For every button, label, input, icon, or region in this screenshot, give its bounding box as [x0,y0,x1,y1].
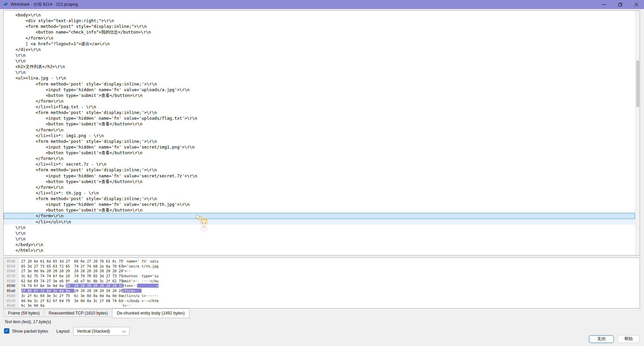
text-line[interactable]: \r\n [4,69,635,75]
show-packet-bytes-label: Show packet bytes [12,329,48,334]
hb: 0a [40,303,45,307]
hb: 20 [80,269,87,273]
text-line[interactable]: <input type='hidden' name='fn' value='se… [4,144,635,150]
text-line[interactable]: <div style="text-align:right;">\r\n [4,18,635,23]
close-window-button[interactable] [631,0,642,9]
layout-dropdown[interactable]: Vertical (Stacked) [73,327,129,336]
window-title: Wireshark · 分组 9214 · 222.pcapng [11,2,78,7]
text-line[interactable]: | <a href="?logout=1">退出</a>\r\n [4,41,635,47]
hex-row[interactable]: 05b03c 2f 6c 69 3e 3c 2f 75 6c 3e 0d 0a … [4,293,640,298]
hex-row[interactable]: 058062 6d 69 74 27 3e e6 9f a5 e7 9c 8b … [4,279,640,284]
text-line[interactable]: <form method='post' style='display:inlin… [4,196,635,201]
text-line[interactable]: <form method='post' style='display:inlin… [4,81,635,87]
text-line[interactable]: \r\n [4,58,635,64]
hc [137,269,142,273]
hex-row[interactable]: 056027 3e 0d 0a 20 20 20 20 20 20 20 20 … [4,269,640,274]
show-packet-bytes-checkbox[interactable]: ✓ [4,328,9,334]
hb: 3d [28,264,34,268]
scrollbar-thumb[interactable] [636,60,639,107]
help-button[interactable]: 帮助 [618,335,639,343]
text-line[interactable]: <ul><li>a.jpg - \r\n [4,75,635,81]
text-line[interactable]: </html>\r\n [4,247,635,253]
vertical-scrollbar[interactable] [635,11,640,255]
tab-de-chunked[interactable]: De-chunked entity body (1492 bytes) [112,308,190,318]
text-line[interactable]: </li></ul>\r\n [4,219,635,225]
hb: 0d [34,303,40,307]
text-line[interactable]: </form>\r\n [4,156,635,161]
text-line[interactable]: \r\n [4,236,635,242]
hc [144,284,146,288]
text-line[interactable]: </form>\r\n [4,98,635,104]
hb: 62 [21,279,28,283]
restore-button[interactable] [614,0,626,9]
text-line[interactable]: <form method='post' style='display:inlin… [4,167,635,173]
hb: 3c [21,294,28,298]
text-line[interactable]: <input type='hidden' name='fn' value='se… [4,173,635,179]
tab-frame[interactable]: Frame (59 bytes) [3,309,44,317]
hc: u [156,274,158,278]
hex-ascii: <button type='su [122,274,159,279]
minimize-icon [602,3,606,6]
text-line[interactable]: </form>\r\n [4,184,635,190]
text-line[interactable]: </li><li>*: th.jpg - \r\n [4,190,635,196]
text-line[interactable]: <input type='hidden' name='fn' value='se… [4,201,635,207]
text-line[interactable]: <h2>文件列表</h2>\r\n [4,64,635,69]
hb: 8b [93,279,100,283]
text-line[interactable]: <body>\r\n [4,12,635,18]
hc [137,274,142,278]
hoff: 05d0 [4,303,19,308]
text-line[interactable]: <button type='submit'>查看</button>\r\n [4,150,635,156]
text-line[interactable]: \r\n [4,225,635,230]
text-line[interactable]: </body>\r\n [4,242,635,247]
hex-row[interactable]: 05d06c 3e 0d 0al>·· [4,303,640,308]
hb: 3e [53,289,59,293]
hb: 0d [21,299,28,303]
text-line[interactable]: \r\n [4,52,635,58]
hex-row[interactable]: 05c00d 0a 3c 2f 62 6f 64 79 3e 0d 0a 3c … [4,298,640,303]
text-line[interactable]: <button name="check_info">我的信息</button>\… [4,29,635,35]
hb: 0a [87,299,93,303]
hb: 6e [80,259,87,263]
text-line[interactable]: <input type='hidden' name='fn' value='up… [4,115,635,121]
hb: 20 [112,284,119,288]
hex-row[interactable]: 055065 3d 27 73 65 63 72 65 74 2f 74 68 … [4,264,640,269]
hb: 6f [34,284,40,288]
text-line[interactable]: <button type='submit'>查看</button>\r\n [4,179,635,184]
hb: 3e [80,294,87,298]
text-line[interactable]: \r\n [4,230,635,236]
hex-bytes: 6c 3e 0d 0a [21,303,45,308]
hc: · [137,279,142,283]
hb: 20 [93,284,100,288]
tab-reassembled[interactable]: Reassembled TCP (1810 bytes) [44,309,112,317]
hex-bytes: 3c 62 75 74 74 6f 6e 20 74 79 70 65 3d 2… [21,274,123,279]
hex-row[interactable]: 054027 20 6e 61 6d 65 3d 27 66 6e 27 20 … [4,259,640,264]
hoff: 0570 [4,274,19,279]
hb: 62 [112,279,119,283]
hb: 27 [87,259,93,263]
hb: 61 [106,259,112,263]
text-line[interactable]: <form method='post' style='display:inlin… [4,138,635,144]
hb: 0a [106,294,112,298]
text-line[interactable]: <form method='post' style='display:inlin… [4,110,635,115]
text-line[interactable]: <button type='submit'>查看</button>\r\n [4,121,635,127]
text-line[interactable]: </li><li>flag.txt - \r\n [4,104,635,110]
text-line[interactable]: </form>\r\n [4,213,635,219]
hb: 6f [34,289,40,293]
hex-row[interactable]: 059074 74 6f 6e 3e 0d 0a 20 20 20 20 20 … [4,283,640,288]
hb: 74 [40,274,47,278]
hoff: 0590 [4,283,19,288]
text-line[interactable]: <button type='submit'>查看</button>\r\n [4,93,635,98]
text-line[interactable]: </li><li>*: secret.7z - \r\n [4,161,635,167]
text-line[interactable]: </form>\r\n [4,127,635,133]
hb: 62 [28,274,34,278]
text-line[interactable]: <input type='hidden' name='fn' value='up… [4,87,635,93]
text-line[interactable]: </li><li>*: img1.png - \r\n [4,133,635,138]
text-line[interactable]: </form>\r\n [4,35,635,41]
minimize-button[interactable] [598,0,610,9]
hex-row[interactable]: 05703c 62 75 74 74 6f 6e 20 74 79 70 65 … [4,274,640,279]
text-line[interactable]: <button type='submit'>查看</button>\r\n [4,207,635,213]
text-line[interactable]: </div>\r\n [4,47,635,52]
close-button[interactable]: 关闭 [589,335,614,343]
hex-row[interactable]: 05a02f 66 6f 72 6d 3e 0d 0a 20 20 20 20 … [4,288,640,293]
text-line[interactable]: <form method="post" style="display:inlin… [4,23,635,29]
